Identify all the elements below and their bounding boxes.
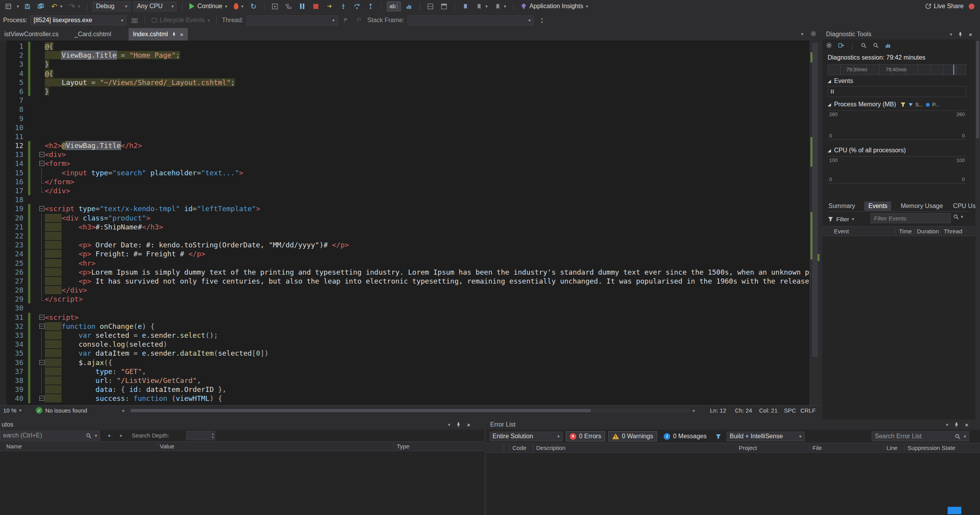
scrollbar-thumb[interactable]: [131, 409, 591, 412]
autos-search-input[interactable]: earch (Ctrl+E) ▾: [0, 430, 100, 441]
column-header[interactable]: Thread: [944, 228, 962, 235]
code-line[interactable]: 14<form>: [0, 159, 810, 168]
code-line[interactable]: 18: [0, 195, 810, 204]
code-line[interactable]: 29</script>: [0, 295, 810, 303]
code-line[interactable]: 15 <input type="search" placeholder="tex…: [0, 168, 810, 177]
column-header[interactable]: Description: [536, 444, 565, 451]
stack-nav-icon[interactable]: ▴▾: [537, 15, 547, 25]
column-header[interactable]: File: [812, 444, 822, 451]
flag-outline-icon[interactable]: [354, 15, 364, 25]
scrollbar-thumb[interactable]: [812, 43, 818, 357]
column-header[interactable]: Code: [512, 444, 526, 451]
search-back-icon[interactable]: ◂: [108, 432, 110, 438]
hscroll-right-icon[interactable]: ▸: [693, 406, 696, 415]
code-line[interactable]: 38 url: "/ListView/GetCard",: [0, 376, 810, 385]
live-visual-tree-icon[interactable]: [284, 1, 294, 11]
code-line[interactable]: 11: [0, 132, 810, 141]
code-line[interactable]: 27 <p> It has survived not only five cen…: [0, 277, 810, 286]
code-line[interactable]: 22: [0, 231, 810, 240]
code-line[interactable]: 7: [0, 96, 810, 105]
editor-vertical-scrollbar[interactable]: [810, 41, 820, 405]
scope-dropdown[interactable]: Entire Solution▾: [489, 432, 563, 441]
restart-icon[interactable]: ↻: [249, 1, 259, 11]
source-dropdown[interactable]: Build + IntelliSense▾: [727, 432, 805, 441]
tab-summary[interactable]: Summary: [828, 201, 856, 211]
char-indicator[interactable]: Ch: 24: [735, 406, 752, 415]
events-swimlane[interactable]: [828, 86, 966, 97]
code-line[interactable]: 4@{: [0, 69, 810, 78]
tab-memory-usage[interactable]: Memory Usage: [900, 201, 943, 211]
code-line[interactable]: 13<div>: [0, 150, 810, 159]
pin-icon[interactable]: [456, 422, 461, 428]
settings-gear-icon[interactable]: [826, 42, 832, 50]
text-visualizer-toggle[interactable]: ab|: [387, 2, 401, 11]
undo-button[interactable]: ↶▾: [50, 2, 64, 11]
timeline-ruler[interactable]: 79:30min 79:40min: [828, 64, 966, 75]
code-lines[interactable]: 1@{2 ViewBag.Title = "Home Page";3}4@{5 …: [0, 42, 810, 403]
cpu-chart[interactable]: 100 100 0 0: [828, 156, 966, 183]
redo-button[interactable]: ↷▾: [67, 2, 81, 11]
code-line[interactable]: 37 type: "GET",: [0, 367, 810, 376]
solution-configuration-dropdown[interactable]: Debug▾: [93, 2, 130, 11]
code-editor[interactable]: 1@{2 ViewBag.Title = "Home Page";3}4@{5 …: [0, 41, 820, 405]
zoom-in-icon[interactable]: [861, 42, 867, 50]
toolbar-dropdown-icon[interactable]: ▾: [17, 4, 19, 9]
column-header[interactable]: Type: [397, 443, 410, 450]
close-icon[interactable]: ×: [180, 32, 184, 37]
next-bookmark-button[interactable]: ▾: [493, 1, 508, 11]
column-header[interactable]: Line: [886, 444, 897, 451]
column-indicator[interactable]: Col: 21: [759, 406, 778, 415]
code-line[interactable]: 23 <p> Order Date: #: kendo.toString(Ord…: [0, 240, 810, 249]
pin-icon[interactable]: [957, 32, 963, 37]
code-line[interactable]: 6}: [0, 87, 810, 96]
cpu-section-header[interactable]: ◢CPU (% of all processors): [828, 147, 906, 154]
tab-listviewcontroller[interactable]: istViewController.cs: [0, 28, 69, 41]
flag-icon[interactable]: [341, 15, 351, 25]
column-header[interactable]: Event: [834, 228, 849, 235]
messages-filter-button[interactable]: i0 Messages: [660, 431, 710, 441]
column-header[interactable]: Name: [6, 443, 22, 450]
continue-button[interactable]: Continue▾: [188, 3, 229, 10]
error-list-search-input[interactable]: Search Error List ▾: [872, 431, 969, 441]
code-line[interactable]: 21 <h3>#:ShipName#</h3>: [0, 222, 810, 231]
code-line[interactable]: 35 var dataItem = e.sender.dataItem(sele…: [0, 349, 810, 358]
events-filter-button[interactable]: Filter ▾: [828, 214, 854, 224]
code-line[interactable]: 10: [0, 123, 810, 132]
code-line[interactable]: 25 <hr>: [0, 259, 810, 268]
process-dot-icon[interactable]: [926, 103, 930, 107]
process-snapshot-icon[interactable]: [129, 15, 139, 25]
code-line[interactable]: 19<script type="text/x-kendo-tmpl" id="l…: [0, 204, 810, 213]
window-position-icon[interactable]: ▾: [946, 423, 948, 427]
zoom-control[interactable]: 10 %▾: [3, 406, 21, 415]
close-icon[interactable]: ×: [969, 32, 972, 37]
code-line[interactable]: 31<script>: [0, 313, 810, 322]
component-picker-icon[interactable]: [3, 1, 13, 11]
window-position-icon[interactable]: ▾: [950, 32, 952, 37]
tab-events[interactable]: Events: [864, 201, 891, 211]
timeline-chart-icon[interactable]: [885, 42, 891, 50]
memory-section-header[interactable]: ◢Process Memory (MB): [828, 101, 896, 108]
diagnostics-scrollbar[interactable]: [975, 29, 980, 420]
tab-index-cshtml[interactable]: Index.cshtml ×: [129, 28, 188, 41]
break-all-icon[interactable]: [297, 1, 307, 11]
stop-debugging-icon[interactable]: [311, 1, 321, 11]
code-line[interactable]: 33 var selected = e.sender.select();: [0, 331, 810, 340]
code-line[interactable]: 30: [0, 303, 810, 312]
pin-icon[interactable]: [171, 32, 177, 37]
lifecycle-events-dropdown[interactable]: Lifecycle Events▾: [150, 17, 211, 24]
stack-frame-dropdown[interactable]: ▾: [408, 16, 534, 25]
close-icon[interactable]: ×: [965, 422, 968, 428]
filter-funnel-icon[interactable]: [713, 431, 724, 441]
zoom-reset-icon[interactable]: [873, 42, 879, 50]
code-line[interactable]: 5 Layout = "~/Views/Shared/_Layout.cshtm…: [0, 78, 810, 87]
warnings-filter-button[interactable]: !0 Warnings: [608, 431, 657, 441]
eol-indicator[interactable]: CRLF: [800, 406, 816, 415]
record-icon[interactable]: [969, 4, 975, 9]
step-over-icon[interactable]: [352, 1, 362, 11]
horizontal-scrollbar[interactable]: [130, 409, 690, 413]
column-header[interactable]: Time: [899, 228, 912, 235]
solution-platform-dropdown[interactable]: Any CPU▾: [134, 2, 177, 11]
filter-funnel-icon[interactable]: [900, 102, 906, 108]
code-line[interactable]: 36 $.ajax({: [0, 358, 810, 367]
code-line[interactable]: 2 ViewBag.Title = "Home Page";: [0, 51, 810, 60]
